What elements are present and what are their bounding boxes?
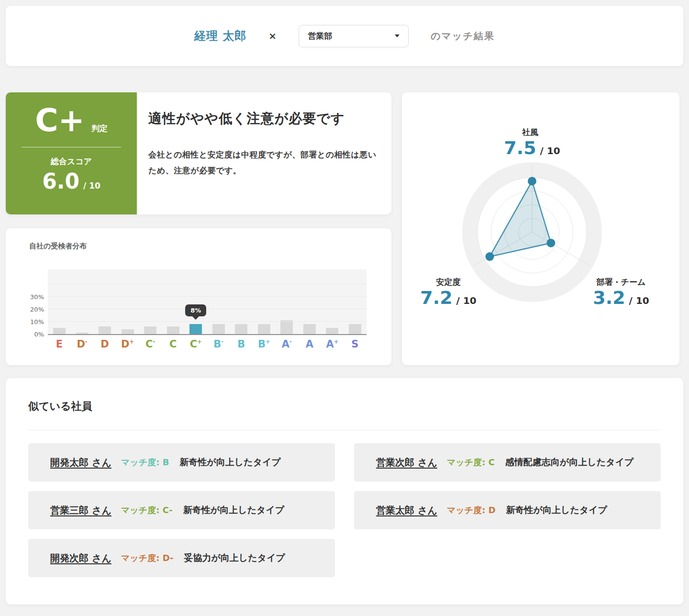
distribution-bar-D+[interactable] bbox=[122, 329, 134, 334]
radar-axis-label-team: 部署・チーム bbox=[597, 277, 646, 288]
match-grade: マッチ度: B bbox=[121, 457, 169, 468]
radar-axis-label-culture: 社風 bbox=[522, 127, 538, 138]
radar-axis-score-stability: 7.2 / 10 bbox=[420, 287, 476, 308]
bar bbox=[235, 324, 247, 334]
distribution-bar-B-[interactable] bbox=[212, 324, 225, 334]
distribution-bar-C-[interactable] bbox=[144, 326, 156, 334]
bar bbox=[212, 324, 225, 334]
chevron-down-icon bbox=[395, 34, 400, 37]
grade-label-E: E bbox=[53, 338, 66, 350]
grade-label-C: C bbox=[167, 338, 179, 350]
y-axis-tick: 0% bbox=[34, 331, 44, 338]
similar-employee-item: 営業太郎 さんマッチ度: D新奇性が向上したタイプ bbox=[354, 491, 661, 529]
bar bbox=[258, 324, 270, 334]
total-score-denominator: / 10 bbox=[83, 181, 100, 190]
radar-point-安定度 bbox=[485, 252, 494, 261]
match-grade: マッチ度: C bbox=[447, 457, 495, 468]
bar bbox=[303, 324, 316, 334]
similar-employee-item: 開発太郎 さんマッチ度: B新奇性が向上したタイプ bbox=[28, 443, 335, 482]
radar-axis-score-culture: 7.5 / 10 bbox=[504, 137, 560, 158]
bar-tooltip: 8% bbox=[185, 304, 206, 316]
distribution-title: 自社の受検者分布 bbox=[29, 242, 87, 251]
distribution-plot: 8% 0%10%20%30% bbox=[48, 269, 367, 335]
distribution-bar-B+[interactable] bbox=[258, 324, 270, 334]
grade-label-B-: B- bbox=[212, 338, 225, 350]
summary-description: 会社との相性と安定度は中程度ですが、部署との相性は悪いため、注意が必要です。 bbox=[148, 147, 377, 179]
distribution-bar-A-[interactable] bbox=[280, 320, 293, 334]
distribution-bar-C+[interactable]: 8% bbox=[189, 324, 202, 334]
radar-card: 社風 7.5 / 10 部署・チーム 3.2 / 10 安定度 7.2 / 10 bbox=[402, 92, 679, 365]
total-score-value: 6.0 bbox=[42, 171, 79, 192]
radar-axis-label-stability: 安定度 bbox=[436, 277, 461, 288]
grade-label-D+: D+ bbox=[122, 338, 134, 350]
match-grade: マッチ度: D bbox=[447, 504, 496, 516]
department-select-value: 営業部 bbox=[308, 31, 332, 42]
distribution-bar-A[interactable] bbox=[303, 324, 316, 334]
grade-label-A+: A+ bbox=[326, 338, 338, 350]
bar bbox=[167, 326, 179, 334]
radar-point-社風 bbox=[528, 177, 536, 186]
grade-block: C+ 判定 総合スコア 6.0 / 10 bbox=[6, 92, 137, 214]
distribution-bar-A+[interactable] bbox=[326, 328, 338, 334]
gridline bbox=[48, 309, 367, 309]
similar-employee-item: 営業三郎 さんマッチ度: C-新奇性が向上したタイプ bbox=[28, 491, 335, 529]
employee-type-description: 新奇性が向上したタイプ bbox=[506, 504, 608, 516]
similar-employee-item: 営業次郎 さんマッチ度: C感情配慮志向が向上したタイプ bbox=[354, 443, 661, 482]
employee-name: 経理 太郎 bbox=[194, 28, 246, 44]
grade-label-S: S bbox=[349, 338, 361, 350]
summary-headline: 適性がやや低く注意が必要です bbox=[148, 110, 377, 128]
similar-employees-heading: 似ている社員 bbox=[28, 399, 92, 414]
bar bbox=[144, 326, 156, 334]
header-suffix: のマッチ結果 bbox=[431, 30, 495, 43]
department-select[interactable]: 営業部 bbox=[299, 25, 409, 47]
match-header-card: 経理 太郎 × 営業部 のマッチ結果 bbox=[6, 6, 683, 66]
bar bbox=[76, 333, 89, 334]
grade-label-C+: C+ bbox=[189, 338, 202, 350]
summary-card: C+ 判定 総合スコア 6.0 / 10 適性がやや低く注意が必要です 会社との… bbox=[6, 92, 391, 214]
employee-type-description: 新奇性が向上したタイプ bbox=[183, 504, 285, 516]
grade-label-D: D bbox=[99, 338, 111, 350]
grade-label-B: B bbox=[235, 338, 247, 350]
employee-name-link[interactable]: 営業三郎 さん bbox=[50, 504, 111, 517]
grade-label-D-: D- bbox=[76, 338, 89, 350]
grade-divider bbox=[22, 147, 121, 147]
bar bbox=[122, 329, 134, 334]
employee-type-description: 感情配慮志向が向上したタイプ bbox=[505, 456, 634, 469]
y-axis-tick: 10% bbox=[30, 318, 44, 325]
bar bbox=[53, 328, 66, 334]
divider bbox=[28, 430, 661, 430]
grade-label-B+: B+ bbox=[258, 338, 270, 350]
grade-label: 判定 bbox=[91, 123, 108, 134]
gridline bbox=[48, 321, 367, 322]
distribution-bar-E[interactable] bbox=[53, 328, 66, 334]
bar bbox=[326, 328, 338, 334]
cross-symbol: × bbox=[268, 30, 277, 42]
similar-employee-item: 開発次郎 さんマッチ度: D-妥協力が向上したタイプ bbox=[28, 539, 335, 577]
match-grade: マッチ度: C- bbox=[121, 504, 173, 516]
grade-label-C-: C- bbox=[144, 338, 156, 350]
grade-label-A-: A- bbox=[280, 338, 293, 350]
radar-axis-score-team: 3.2 / 10 bbox=[593, 287, 649, 308]
total-score-label: 総合スコア bbox=[6, 156, 137, 167]
employee-name-link[interactable]: 営業太郎 さん bbox=[376, 504, 437, 517]
employee-type-description: 新奇性が向上したタイプ bbox=[179, 456, 281, 469]
distribution-bar-C[interactable] bbox=[167, 326, 179, 334]
distribution-bar-D[interactable] bbox=[99, 326, 111, 334]
radar-chart bbox=[456, 156, 609, 309]
employee-name-link[interactable]: 営業次郎 さん bbox=[376, 456, 437, 469]
distribution-bar-S[interactable] bbox=[349, 324, 361, 334]
gridline bbox=[48, 296, 367, 297]
distribution-card: 自社の受検者分布 8% 0%10%20%30% ED-DD+C-CC+B-BB+… bbox=[6, 228, 391, 365]
y-axis-tick: 30% bbox=[30, 293, 44, 301]
match-grade: マッチ度: D- bbox=[121, 552, 173, 564]
distribution-bar-D-[interactable] bbox=[76, 333, 89, 334]
y-axis-tick: 20% bbox=[30, 306, 44, 313]
employee-type-description: 妥協力が向上したタイプ bbox=[184, 552, 285, 564]
grade-label-A: A bbox=[303, 338, 316, 350]
employee-name-link[interactable]: 開発次郎 さん bbox=[50, 552, 111, 565]
bar bbox=[99, 326, 111, 334]
radar-point-部署・チーム bbox=[546, 239, 555, 247]
distribution-bar-B[interactable] bbox=[235, 324, 247, 334]
employee-name-link[interactable]: 開発太郎 さん bbox=[50, 456, 111, 469]
highlighted-bar bbox=[189, 324, 202, 334]
